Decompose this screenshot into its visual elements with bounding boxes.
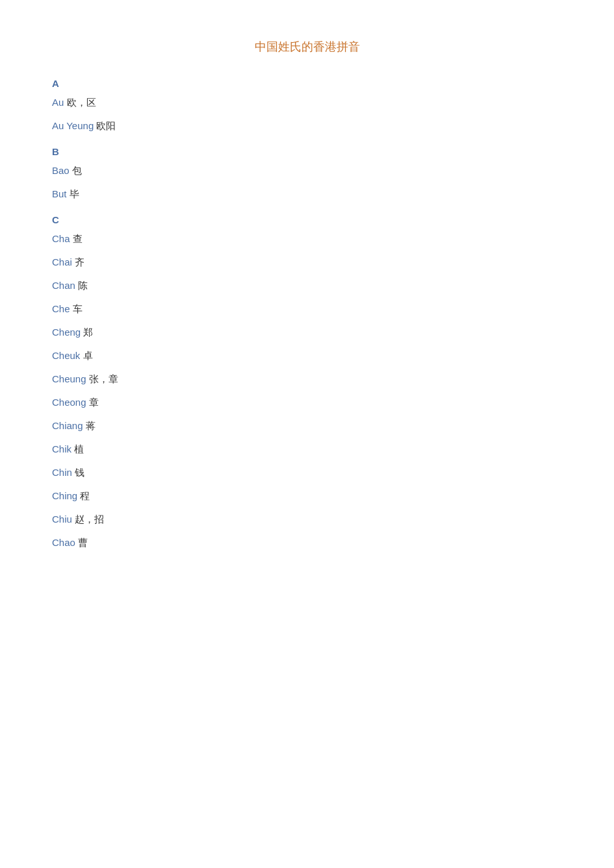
romanized-name: Chiu bbox=[52, 514, 75, 525]
chinese-characters: 章 bbox=[89, 397, 99, 408]
chinese-characters: 陈 bbox=[78, 280, 88, 291]
chinese-characters: 钱 bbox=[75, 467, 84, 478]
list-item: Cheuk 卓 bbox=[52, 349, 562, 363]
list-item: Cha 查 bbox=[52, 232, 562, 246]
list-item: Bao 包 bbox=[52, 164, 562, 178]
romanized-name: Au bbox=[52, 97, 67, 108]
chinese-characters: 齐 bbox=[75, 257, 84, 267]
list-item: Cheng 郑 bbox=[52, 325, 562, 340]
list-item: Cheong 章 bbox=[52, 395, 562, 410]
list-item: Chiu 赵，招 bbox=[52, 512, 562, 527]
romanized-name: Bao bbox=[52, 165, 72, 176]
romanized-name: Chiang bbox=[52, 420, 86, 431]
sections-container: AAu 欧，区Au Yeung 欧阳BBao 包But 毕CCha 查Chai … bbox=[52, 78, 562, 550]
romanized-name: Cha bbox=[52, 233, 73, 244]
chinese-characters: 欧阳 bbox=[96, 121, 116, 131]
chinese-characters: 卓 bbox=[83, 351, 93, 361]
list-item: But 毕 bbox=[52, 187, 562, 201]
list-item: Chao 曹 bbox=[52, 536, 562, 550]
romanized-name: Chao bbox=[52, 537, 78, 548]
romanized-name: Au Yeung bbox=[52, 120, 96, 131]
chinese-characters: 毕 bbox=[70, 189, 79, 199]
list-item: Chan 陈 bbox=[52, 279, 562, 293]
chinese-characters: 欧，区 bbox=[67, 97, 96, 108]
romanized-name: Cheuk bbox=[52, 350, 83, 361]
list-item: Chiang 蒋 bbox=[52, 419, 562, 433]
section-letter-a: A bbox=[52, 78, 562, 89]
romanized-name: Chin bbox=[52, 467, 75, 478]
romanized-name: Chai bbox=[52, 256, 75, 267]
chinese-characters: 曹 bbox=[78, 538, 88, 548]
chinese-characters: 车 bbox=[73, 304, 83, 314]
list-item: Cheung 张，章 bbox=[52, 372, 562, 386]
romanized-name: Che bbox=[52, 303, 73, 314]
page-title: 中国姓氏的香港拼音 bbox=[52, 39, 562, 55]
chinese-characters: 程 bbox=[80, 491, 90, 501]
romanized-name: Cheng bbox=[52, 327, 83, 338]
chinese-characters: 查 bbox=[73, 234, 83, 244]
romanized-name: Chik bbox=[52, 443, 74, 454]
romanized-name: Ching bbox=[52, 490, 80, 501]
list-item: Ching 程 bbox=[52, 489, 562, 503]
list-item: Chik 植 bbox=[52, 442, 562, 456]
chinese-characters: 植 bbox=[74, 444, 84, 454]
page: 中国姓氏的香港拼音 AAu 欧，区Au Yeung 欧阳BBao 包But 毕C… bbox=[0, 0, 614, 868]
section-letter-c: C bbox=[52, 214, 562, 225]
chinese-characters: 蒋 bbox=[86, 421, 96, 431]
romanized-name: Cheong bbox=[52, 397, 89, 408]
section-letter-b: B bbox=[52, 146, 562, 157]
chinese-characters: 张，章 bbox=[89, 374, 118, 384]
list-item: Au 欧，区 bbox=[52, 95, 562, 110]
list-item: Chin 钱 bbox=[52, 465, 562, 480]
chinese-characters: 赵，招 bbox=[75, 514, 104, 525]
romanized-name: Chan bbox=[52, 280, 78, 291]
list-item: Au Yeung 欧阳 bbox=[52, 119, 562, 133]
list-item: Che 车 bbox=[52, 302, 562, 316]
chinese-characters: 郑 bbox=[83, 327, 93, 338]
list-item: Chai 齐 bbox=[52, 255, 562, 269]
romanized-name: Cheung bbox=[52, 373, 89, 384]
chinese-characters: 包 bbox=[72, 166, 82, 176]
romanized-name: But bbox=[52, 188, 70, 199]
